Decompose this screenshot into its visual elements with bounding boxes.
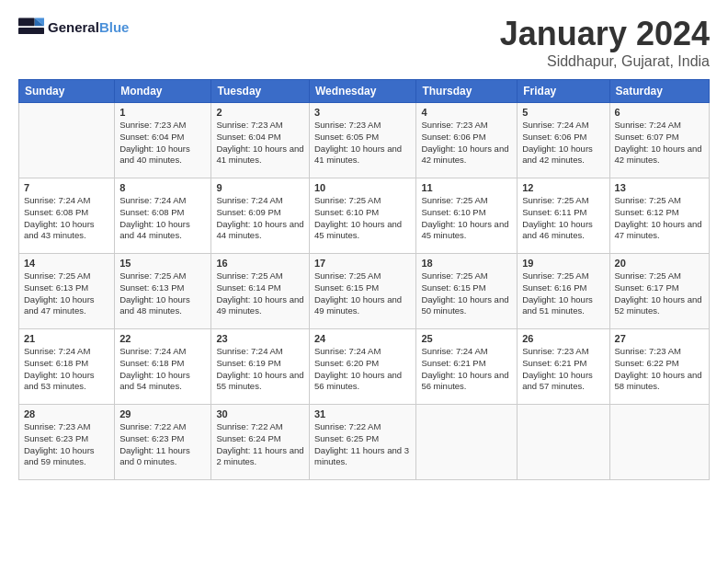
- table-row: 4 Sunrise: 7:23 AM Sunset: 6:06 PM Dayli…: [416, 103, 518, 178]
- cell-info: Sunrise: 7:25 AM Sunset: 6:15 PM Dayligh…: [421, 270, 512, 317]
- table-row: 23 Sunrise: 7:24 AM Sunset: 6:19 PM Dayl…: [211, 329, 310, 405]
- sunset-time: Sunset: 6:18 PM: [119, 358, 184, 368]
- logo-icon: [18, 15, 44, 40]
- day-number: 28: [24, 408, 109, 419]
- cell-info: Sunrise: 7:25 AM Sunset: 6:11 PM Dayligh…: [522, 195, 604, 242]
- sunset-time: Sunset: 6:06 PM: [421, 132, 485, 142]
- daylight-hours: Daylight: 10 hours and 40 minutes.: [119, 144, 190, 166]
- cell-info: Sunrise: 7:25 AM Sunset: 6:13 PM Dayligh…: [119, 270, 206, 317]
- table-row: 10 Sunrise: 7:25 AM Sunset: 6:10 PM Dayl…: [309, 178, 415, 254]
- day-number: 26: [522, 333, 604, 344]
- sunrise-time: Sunrise: 7:23 AM: [24, 421, 90, 431]
- col-tuesday: Tuesday: [211, 80, 310, 103]
- table-row: 3 Sunrise: 7:23 AM Sunset: 6:05 PM Dayli…: [309, 103, 415, 178]
- cell-info: Sunrise: 7:23 AM Sunset: 6:23 PM Dayligh…: [24, 421, 109, 468]
- cell-info: Sunrise: 7:23 AM Sunset: 6:04 PM Dayligh…: [216, 120, 304, 167]
- calendar-page: GeneralBlue January 2024 Siddhapur, Guja…: [0, 0, 728, 563]
- sunset-time: Sunset: 6:10 PM: [421, 207, 485, 217]
- table-row: 11 Sunrise: 7:25 AM Sunset: 6:10 PM Dayl…: [416, 178, 518, 254]
- day-number: 6: [615, 107, 704, 118]
- table-row: 22 Sunrise: 7:24 AM Sunset: 6:18 PM Dayl…: [115, 329, 211, 405]
- day-number: 20: [615, 258, 704, 269]
- sunset-time: Sunset: 6:12 PM: [615, 207, 679, 217]
- sunset-time: Sunset: 6:16 PM: [522, 282, 586, 293]
- logo: GeneralBlue: [18, 15, 129, 40]
- table-row: 20 Sunrise: 7:25 AM Sunset: 6:17 PM Dayl…: [609, 254, 709, 329]
- sunrise-time: Sunrise: 7:23 AM: [615, 346, 681, 356]
- day-number: 1: [119, 107, 206, 118]
- table-row: 29 Sunrise: 7:22 AM Sunset: 6:23 PM Dayl…: [115, 405, 211, 480]
- calendar-week-row: 28 Sunrise: 7:23 AM Sunset: 6:23 PM Dayl…: [19, 405, 710, 480]
- day-number: 4: [421, 107, 512, 118]
- day-number: 31: [314, 408, 411, 419]
- sunset-time: Sunset: 6:18 PM: [24, 358, 88, 368]
- daylight-hours: Daylight: 10 hours and 42 minutes.: [522, 144, 593, 166]
- sunrise-time: Sunrise: 7:22 AM: [314, 421, 381, 431]
- cell-info: Sunrise: 7:23 AM Sunset: 6:22 PM Dayligh…: [615, 346, 704, 393]
- sunset-time: Sunset: 6:22 PM: [615, 358, 679, 368]
- day-number: 18: [421, 258, 512, 269]
- day-number: 17: [314, 258, 411, 269]
- sunset-time: Sunset: 6:23 PM: [119, 433, 184, 443]
- col-sunday: Sunday: [19, 80, 115, 103]
- sunrise-time: Sunrise: 7:22 AM: [119, 421, 186, 431]
- daylight-hours: Daylight: 10 hours and 44 minutes.: [119, 219, 190, 241]
- logo-text: GeneralBlue: [48, 19, 129, 36]
- sunset-time: Sunset: 6:19 PM: [216, 358, 280, 368]
- daylight-hours: Daylight: 10 hours and 47 minutes.: [615, 219, 702, 241]
- cell-info: Sunrise: 7:22 AM Sunset: 6:24 PM Dayligh…: [216, 421, 304, 468]
- sunrise-time: Sunrise: 7:24 AM: [615, 120, 681, 130]
- table-row: 15 Sunrise: 7:25 AM Sunset: 6:13 PM Dayl…: [115, 254, 211, 329]
- table-row: [19, 103, 115, 178]
- sunset-time: Sunset: 6:06 PM: [522, 132, 586, 142]
- sunrise-time: Sunrise: 7:25 AM: [522, 195, 588, 205]
- sunrise-time: Sunrise: 7:23 AM: [314, 120, 381, 130]
- sunset-time: Sunset: 6:10 PM: [314, 207, 379, 217]
- sunset-time: Sunset: 6:24 PM: [216, 433, 280, 443]
- table-row: [609, 405, 709, 480]
- table-row: 7 Sunrise: 7:24 AM Sunset: 6:08 PM Dayli…: [19, 178, 115, 254]
- sunrise-time: Sunrise: 7:22 AM: [216, 421, 282, 431]
- day-number: 19: [522, 258, 604, 269]
- sunrise-time: Sunrise: 7:25 AM: [24, 270, 90, 281]
- day-number: 5: [522, 107, 604, 118]
- table-row: 6 Sunrise: 7:24 AM Sunset: 6:07 PM Dayli…: [609, 103, 709, 178]
- cell-info: Sunrise: 7:23 AM Sunset: 6:21 PM Dayligh…: [522, 346, 604, 393]
- daylight-hours: Daylight: 10 hours and 48 minutes.: [119, 294, 190, 316]
- sunset-time: Sunset: 6:13 PM: [119, 282, 184, 293]
- table-row: 19 Sunrise: 7:25 AM Sunset: 6:16 PM Dayl…: [518, 254, 609, 329]
- day-number: 7: [24, 182, 109, 193]
- sunrise-time: Sunrise: 7:24 AM: [24, 346, 90, 356]
- table-row: 27 Sunrise: 7:23 AM Sunset: 6:22 PM Dayl…: [609, 329, 709, 405]
- col-monday: Monday: [115, 80, 211, 103]
- calendar-week-row: 7 Sunrise: 7:24 AM Sunset: 6:08 PM Dayli…: [19, 178, 710, 254]
- sunrise-time: Sunrise: 7:23 AM: [216, 120, 282, 130]
- daylight-hours: Daylight: 10 hours and 42 minutes.: [615, 144, 702, 166]
- table-row: 5 Sunrise: 7:24 AM Sunset: 6:06 PM Dayli…: [518, 103, 609, 178]
- sunset-time: Sunset: 6:25 PM: [314, 433, 379, 443]
- cell-info: Sunrise: 7:25 AM Sunset: 6:15 PM Dayligh…: [314, 270, 411, 317]
- daylight-hours: Daylight: 10 hours and 57 minutes.: [522, 370, 593, 392]
- table-row: 21 Sunrise: 7:24 AM Sunset: 6:18 PM Dayl…: [19, 329, 115, 405]
- calendar-week-row: 21 Sunrise: 7:24 AM Sunset: 6:18 PM Dayl…: [19, 329, 710, 405]
- table-row: [416, 405, 518, 480]
- table-row: 8 Sunrise: 7:24 AM Sunset: 6:08 PM Dayli…: [115, 178, 211, 254]
- cell-info: Sunrise: 7:24 AM Sunset: 6:06 PM Dayligh…: [522, 120, 604, 167]
- sunrise-time: Sunrise: 7:24 AM: [119, 346, 186, 356]
- sunrise-time: Sunrise: 7:24 AM: [522, 120, 588, 130]
- table-row: 12 Sunrise: 7:25 AM Sunset: 6:11 PM Dayl…: [518, 178, 609, 254]
- daylight-hours: Daylight: 10 hours and 56 minutes.: [314, 370, 402, 392]
- location-subtitle: Siddhapur, Gujarat, India: [500, 53, 710, 70]
- daylight-hours: Daylight: 10 hours and 46 minutes.: [522, 219, 593, 241]
- daylight-hours: Daylight: 10 hours and 43 minutes.: [24, 219, 95, 241]
- daylight-hours: Daylight: 10 hours and 50 minutes.: [421, 294, 508, 316]
- cell-info: Sunrise: 7:22 AM Sunset: 6:25 PM Dayligh…: [314, 421, 411, 468]
- sunset-time: Sunset: 6:04 PM: [216, 132, 280, 142]
- daylight-hours: Daylight: 11 hours and 3 minutes.: [314, 445, 409, 467]
- daylight-hours: Daylight: 10 hours and 41 minutes.: [314, 144, 402, 166]
- sunrise-time: Sunrise: 7:25 AM: [119, 270, 186, 281]
- daylight-hours: Daylight: 10 hours and 42 minutes.: [421, 144, 508, 166]
- day-number: 13: [615, 182, 704, 193]
- calendar-header-row: Sunday Monday Tuesday Wednesday Thursday…: [19, 80, 710, 103]
- cell-info: Sunrise: 7:24 AM Sunset: 6:18 PM Dayligh…: [24, 346, 109, 393]
